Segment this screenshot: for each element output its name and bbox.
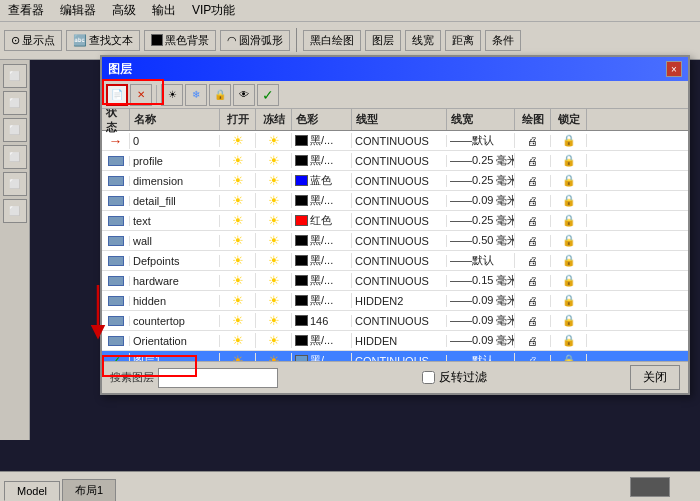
table-row[interactable]: wall ☀ ☀ 黑/... CONTINUOUS ——0.50 毫米 🖨 🔒 xyxy=(102,231,688,251)
check-icon: ✓ xyxy=(110,353,122,362)
toolbar-show-points[interactable]: ⊙ 显示点 xyxy=(4,30,62,51)
print-icon: 🖨 xyxy=(527,195,538,207)
cell-status xyxy=(102,316,130,326)
toolbar-find-text[interactable]: 🔤 查找文本 xyxy=(66,30,140,51)
close-button[interactable]: 关闭 xyxy=(630,365,680,390)
lock-icon: 🔒 xyxy=(562,234,576,247)
layer-visible-button[interactable]: 👁 xyxy=(233,84,255,106)
cell-freeze: ☀ xyxy=(256,253,292,268)
layer-status1-button[interactable]: ☀ xyxy=(161,84,183,106)
delete-layer-icon: ✕ xyxy=(137,89,145,100)
delete-layer-button[interactable]: ✕ xyxy=(130,84,152,106)
layer-check-button[interactable]: ✓ xyxy=(257,84,279,106)
cell-color: 黑/... xyxy=(292,193,352,208)
print-icon: 🖨 xyxy=(527,215,538,227)
dialog-close-button[interactable]: × xyxy=(666,61,682,77)
toolbar-smooth-arc[interactable]: ◠ 圆滑弧形 xyxy=(220,30,290,51)
cell-lock: 🔒 xyxy=(551,134,587,147)
cell-draw: 🖨 xyxy=(515,275,551,287)
table-row[interactable]: hardware ☀ ☀ 黑/... CONTINUOUS ——0.15 毫米 … xyxy=(102,271,688,291)
header-lock: 锁定 xyxy=(551,109,587,130)
layer-lock-button[interactable]: 🔒 xyxy=(209,84,231,106)
filter-checkbox[interactable] xyxy=(422,371,435,384)
toolbar-layer[interactable]: 图层 xyxy=(365,30,401,51)
color-swatch xyxy=(295,155,308,166)
cell-draw: 🖨 xyxy=(515,135,551,147)
cell-open: ☀ xyxy=(220,173,256,188)
cell-freeze: ☀ xyxy=(256,213,292,228)
lock-icon: 🔒 xyxy=(562,274,576,287)
toolbar-black-bg[interactable]: 黑色背景 xyxy=(144,30,216,51)
sun-icon: ☀ xyxy=(268,153,280,168)
sun-icon: ☀ xyxy=(232,173,244,188)
color-swatch xyxy=(295,215,308,226)
cell-freeze: ☀ xyxy=(256,293,292,308)
toolbar-linewidth[interactable]: 线宽 xyxy=(405,30,441,51)
sun-icon: ☀ xyxy=(268,233,280,248)
sidebar-btn-3[interactable]: ⬜ xyxy=(3,118,27,142)
toolbar-bw-draw[interactable]: 黑白绘图 xyxy=(303,30,361,51)
cell-lock: 🔒 xyxy=(551,314,587,327)
layer-freeze-button[interactable]: ❄ xyxy=(185,84,207,106)
cell-name: text xyxy=(130,215,220,227)
sidebar-btn-1[interactable]: ⬜ xyxy=(3,64,27,88)
lock-icon: 🔒 xyxy=(562,334,576,347)
table-row[interactable]: → 0 ☀ ☀ 黑/... CONTINUOUS ——默认 🖨 🔒 xyxy=(102,131,688,151)
table-row[interactable]: Orientation ☀ ☀ 黑/... HIDDEN ——0.09 毫米 🖨… xyxy=(102,331,688,351)
sun-icon: ☀ xyxy=(232,273,244,288)
sun-icon: ☀ xyxy=(232,133,244,148)
menu-viewer[interactable]: 查看器 xyxy=(4,1,48,20)
cell-name: profile xyxy=(130,155,220,167)
table-row[interactable]: dimension ☀ ☀ 蓝色 CONTINUOUS ——0.25 毫米 🖨 … xyxy=(102,171,688,191)
table-row[interactable]: countertop ☀ ☀ 146 CONTINUOUS ——0.09 毫米 … xyxy=(102,311,688,331)
sun-icon: ☀ xyxy=(268,273,280,288)
tab-layout1[interactable]: 布局1 xyxy=(62,479,116,501)
nav-indicator xyxy=(630,477,670,497)
color-swatch xyxy=(295,175,308,186)
search-input[interactable] xyxy=(158,368,278,388)
tab-model[interactable]: Model xyxy=(4,481,60,501)
table-row[interactable]: ✓ 图层1 ☀ ☀ 黑/... CONTINUOUS ——默认 🖨 🔒 xyxy=(102,351,688,361)
table-row[interactable]: text ☀ ☀ 红色 CONTINUOUS ——0.25 毫米 🖨 🔒 xyxy=(102,211,688,231)
color-swatch xyxy=(295,135,308,146)
table-row[interactable]: Defpoints ☀ ☀ 黑/... CONTINUOUS ——默认 🖨 🔒 xyxy=(102,251,688,271)
sidebar-btn-4[interactable]: ⬜ xyxy=(3,145,27,169)
layer-icon xyxy=(108,336,124,346)
dialog-toolbar: 📄 ✕ ☀ ❄ 🔒 👁 ✓ xyxy=(102,81,688,109)
header-open: 打开 xyxy=(220,109,256,130)
cell-draw: 🖨 xyxy=(515,315,551,327)
cell-linewidth: ——0.25 毫米 xyxy=(447,173,515,188)
cell-open: ☀ xyxy=(220,233,256,248)
cell-name: countertop xyxy=(130,315,220,327)
cell-color: 146 xyxy=(292,315,352,327)
separator xyxy=(296,28,297,52)
cell-color: 红色 xyxy=(292,213,352,228)
menu-vip[interactable]: VIP功能 xyxy=(188,1,239,20)
toolbar-distance[interactable]: 距离 xyxy=(445,30,481,51)
cell-color: 黑/... xyxy=(292,253,352,268)
snowflake-icon: ❄ xyxy=(192,89,200,100)
cell-status xyxy=(102,336,130,346)
table-row[interactable]: profile ☀ ☀ 黑/... CONTINUOUS ——0.25 毫米 🖨… xyxy=(102,151,688,171)
menu-advanced[interactable]: 高级 xyxy=(108,1,140,20)
menu-bar: 查看器 编辑器 高级 输出 VIP功能 xyxy=(0,0,700,22)
menu-editor[interactable]: 编辑器 xyxy=(56,1,100,20)
toolbar-condition[interactable]: 条件 xyxy=(485,30,521,51)
sidebar-btn-5[interactable]: ⬜ xyxy=(3,172,27,196)
sidebar-btn-2[interactable]: ⬜ xyxy=(3,91,27,115)
dialog-title: 图层 xyxy=(108,61,132,78)
table-row[interactable]: hidden ☀ ☀ 黑/... HIDDEN2 ——0.09 毫米 🖨 🔒 xyxy=(102,291,688,311)
cell-lock: 🔒 xyxy=(551,334,587,347)
sidebar-btn-6[interactable]: ⬜ xyxy=(3,199,27,223)
print-icon: 🖨 xyxy=(527,175,538,187)
cell-freeze: ☀ xyxy=(256,313,292,328)
cell-linewidth: ——0.25 毫米 xyxy=(447,213,515,228)
new-layer-button[interactable]: 📄 xyxy=(106,84,128,106)
table-row[interactable]: detail_fill ☀ ☀ 黑/... CONTINUOUS ——0.09 … xyxy=(102,191,688,211)
cell-color: 黑/... xyxy=(292,333,352,348)
cell-status xyxy=(102,216,130,226)
cell-status xyxy=(102,256,130,266)
cell-status xyxy=(102,236,130,246)
menu-output[interactable]: 输出 xyxy=(148,1,180,20)
dialog-titlebar: 图层 × xyxy=(102,57,688,81)
